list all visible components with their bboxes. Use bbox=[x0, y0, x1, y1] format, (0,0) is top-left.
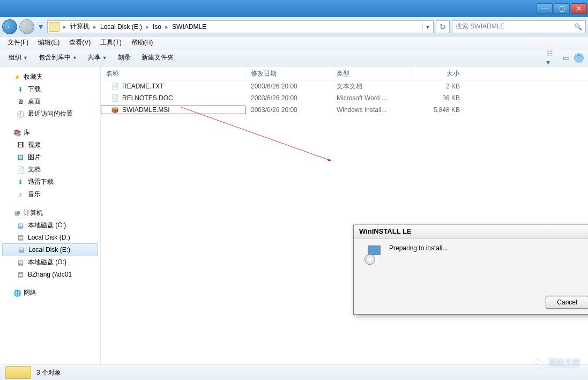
drive-icon bbox=[16, 270, 25, 279]
menu-edit[interactable]: 编辑(E) bbox=[34, 37, 64, 48]
library-icon bbox=[13, 129, 21, 137]
search-input[interactable]: 搜索 SWIADMLE 🔍 bbox=[452, 20, 586, 33]
tree-drive-e[interactable]: Local Disk (E:) bbox=[2, 243, 98, 256]
cancel-button[interactable]: Cancel bbox=[546, 296, 588, 309]
address-dropdown[interactable]: ▾ bbox=[422, 23, 432, 31]
content-area: 收藏夹 下载 桌面 最近访问的位置 库 视频 图片 文档 迅雷下载 音乐 计算机… bbox=[0, 66, 588, 364]
file-row[interactable]: RELNOTES.DOC 2003/6/26 20:00 Microsoft W… bbox=[101, 92, 588, 104]
column-date[interactable]: 修改日期 bbox=[245, 66, 331, 80]
status-folder-icon bbox=[5, 366, 31, 379]
chevron-right-icon[interactable]: ▸ bbox=[144, 23, 151, 31]
column-name[interactable]: 名称 bbox=[101, 66, 245, 80]
menu-help[interactable]: 帮助(H) bbox=[127, 37, 158, 48]
address-bar[interactable]: ▸ 计算机 ▸ Local Disk (E:) ▸ Iso ▸ SWIADMLE… bbox=[47, 20, 434, 33]
search-icon: 🔍 bbox=[574, 23, 582, 31]
breadcrumb-drive[interactable]: Local Disk (E:) bbox=[98, 23, 144, 31]
new-folder-button[interactable]: 新建文件夹 bbox=[137, 51, 178, 64]
menu-view[interactable]: 查看(V) bbox=[65, 37, 95, 48]
column-type[interactable]: 类型 bbox=[331, 66, 412, 80]
history-dropdown[interactable]: ▾ bbox=[36, 21, 45, 32]
back-button[interactable]: ← bbox=[2, 19, 17, 34]
menu-file[interactable]: 文件(F) bbox=[3, 37, 33, 48]
desktop-icon bbox=[16, 98, 25, 106]
watermark: 系统之家 bbox=[530, 356, 580, 369]
minimize-button[interactable]: — bbox=[537, 3, 553, 14]
install-dialog: WinINSTALL LE Preparing to install... Ca… bbox=[353, 225, 588, 315]
menu-tools[interactable]: 工具(T) bbox=[96, 37, 125, 48]
tree-drive-network[interactable]: BZhang (\\dc01 bbox=[0, 269, 100, 280]
star-icon bbox=[13, 73, 21, 81]
tree-downloads[interactable]: 下载 bbox=[0, 83, 100, 95]
search-placeholder: 搜索 SWIADMLE bbox=[456, 22, 504, 31]
picture-icon bbox=[16, 153, 25, 162]
refresh-button[interactable]: ↻ bbox=[436, 20, 450, 33]
tree-documents[interactable]: 文档 bbox=[0, 163, 100, 176]
file-row-highlighted[interactable]: SWIADMLE.MSI 2003/6/26 20:00 Windows Ins… bbox=[101, 104, 588, 116]
computer-icon bbox=[13, 209, 21, 218]
tree-drive-d[interactable]: Local Disk (D:) bbox=[0, 232, 100, 243]
column-size[interactable]: 大小 bbox=[412, 66, 465, 80]
window-titlebar: — ▢ ✕ bbox=[0, 0, 588, 17]
file-row[interactable]: README.TXT 2003/6/26 20:00 文本文档 2 KB bbox=[101, 80, 588, 92]
navigation-bar: ← → ▾ ▸ 计算机 ▸ Local Disk (E:) ▸ Iso ▸ SW… bbox=[0, 17, 588, 36]
breadcrumb-computer[interactable]: 计算机 bbox=[68, 22, 92, 31]
maximize-button[interactable]: ▢ bbox=[554, 3, 570, 14]
music-icon bbox=[16, 190, 25, 199]
tree-network[interactable]: 网络 bbox=[0, 287, 100, 299]
breadcrumb-iso[interactable]: Iso bbox=[151, 23, 163, 31]
drive-icon bbox=[16, 221, 25, 230]
tree-thunder-download[interactable]: 迅雷下载 bbox=[0, 176, 100, 188]
tree-favorites[interactable]: 收藏夹 bbox=[0, 71, 100, 83]
tree-desktop[interactable]: 桌面 bbox=[0, 95, 100, 108]
chevron-right-icon[interactable]: ▸ bbox=[62, 23, 68, 31]
download-icon bbox=[16, 85, 25, 94]
tree-drive-g[interactable]: 本地磁盘 (G:) bbox=[0, 256, 100, 269]
network-icon bbox=[13, 289, 21, 297]
include-library-button[interactable]: 包含到库中▼ bbox=[34, 51, 81, 64]
video-icon bbox=[16, 141, 25, 150]
annotation-arrow bbox=[176, 102, 369, 236]
tree-libraries[interactable]: 库 bbox=[0, 126, 100, 139]
column-headers: 名称 修改日期 类型 大小 bbox=[101, 66, 588, 80]
text-file-icon bbox=[110, 82, 119, 91]
word-file-icon bbox=[110, 94, 119, 102]
chevron-right-icon[interactable]: ▸ bbox=[163, 23, 170, 31]
preview-pane-button[interactable]: ▭ bbox=[560, 52, 572, 64]
folder-icon bbox=[49, 22, 59, 32]
tree-pictures[interactable]: 图片 bbox=[0, 151, 100, 163]
tree-videos[interactable]: 视频 bbox=[0, 139, 100, 151]
drive-icon bbox=[16, 258, 25, 267]
dialog-title: WinINSTALL LE bbox=[354, 225, 588, 239]
tree-drive-c[interactable]: 本地磁盘 (C:) bbox=[0, 219, 100, 232]
navigation-tree: 收藏夹 下载 桌面 最近访问的位置 库 视频 图片 文档 迅雷下载 音乐 计算机… bbox=[0, 66, 101, 364]
recent-icon bbox=[16, 110, 25, 118]
status-bar: 3 个对象 bbox=[0, 364, 588, 380]
status-count: 3 个对象 bbox=[36, 368, 61, 377]
burn-button[interactable]: 刻录 bbox=[114, 51, 135, 64]
command-toolbar: 组织▼ 包含到库中▼ 共享▼ 刻录 新建文件夹 ☷ ▾ ▭ ? bbox=[0, 49, 588, 66]
chevron-right-icon[interactable]: ▸ bbox=[92, 23, 98, 31]
tree-computer[interactable]: 计算机 bbox=[0, 207, 100, 219]
breadcrumb-swiadmle[interactable]: SWIADMLE bbox=[170, 23, 209, 31]
msi-file-icon bbox=[110, 106, 119, 114]
close-button[interactable]: ✕ bbox=[571, 3, 587, 14]
dialog-message: Preparing to install... bbox=[389, 244, 448, 266]
drive-icon bbox=[16, 233, 25, 242]
file-list-area: 名称 修改日期 类型 大小 README.TXT 2003/6/26 20:00… bbox=[101, 66, 588, 364]
thunder-icon bbox=[16, 178, 25, 187]
installer-icon bbox=[362, 244, 384, 266]
menu-bar: 文件(F) 编辑(E) 查看(V) 工具(T) 帮助(H) bbox=[0, 36, 588, 49]
forward-button[interactable]: → bbox=[19, 19, 34, 34]
organize-button[interactable]: 组织▼ bbox=[4, 51, 32, 64]
tree-recent[interactable]: 最近访问的位置 bbox=[0, 108, 100, 120]
help-button[interactable]: ? bbox=[574, 53, 584, 63]
share-button[interactable]: 共享▼ bbox=[84, 51, 111, 64]
document-icon bbox=[16, 166, 25, 174]
view-options-button[interactable]: ☷ ▾ bbox=[546, 52, 558, 64]
tree-music[interactable]: 音乐 bbox=[0, 188, 100, 200]
drive-icon bbox=[17, 245, 25, 254]
file-rows: README.TXT 2003/6/26 20:00 文本文档 2 KB REL… bbox=[101, 80, 588, 116]
